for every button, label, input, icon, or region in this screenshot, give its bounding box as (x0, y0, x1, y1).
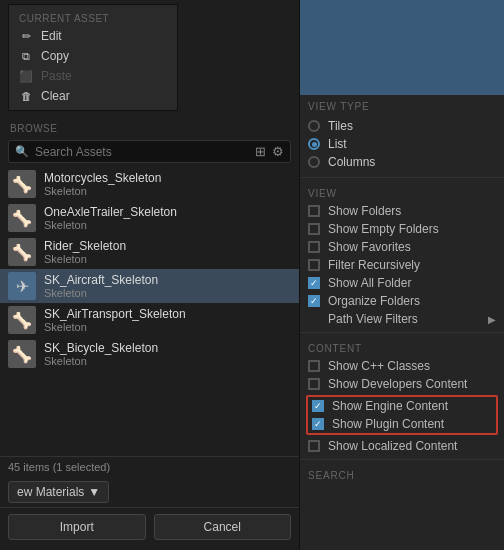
check-plugin-content[interactable]: Show Plugin Content (308, 415, 496, 433)
label-cpp-classes: Show C++ Classes (328, 359, 430, 373)
search-bar: 🔍 ⊞ ⚙ (8, 140, 291, 163)
check-show-empty-folders[interactable]: Show Empty Folders (300, 220, 504, 238)
check-show-all-folder[interactable]: Show All Folder (300, 274, 504, 292)
browse-label: BROWSE (0, 119, 299, 136)
dropdown-arrow-icon: ▼ (88, 485, 100, 499)
checkbox-show-all-folder (308, 277, 320, 289)
label-developers-content: Show Developers Content (328, 377, 467, 391)
asset-item-rider[interactable]: 🦴 Rider_Skeleton Skeleton (0, 235, 299, 269)
asset-icon-motorcycles: 🦴 (8, 170, 36, 198)
asset-name-sk-bicycle: SK_Bicycle_Skeleton (44, 341, 158, 355)
clear-label: Clear (41, 89, 70, 103)
checkbox-plugin-content (312, 418, 324, 430)
dropdown-row: ew Materials ▼ (0, 477, 299, 507)
label-show-folders: Show Folders (328, 204, 401, 218)
asset-icon-oneaxle: 🦴 (8, 204, 36, 232)
radio-label-tiles: Tiles (328, 119, 353, 133)
view-toggle-icon[interactable]: ⊞ (255, 144, 266, 159)
current-asset-label: CURRENT ASSET (9, 9, 177, 26)
search-input[interactable] (35, 145, 249, 159)
import-button[interactable]: Import (8, 514, 146, 540)
asset-item-motorcycles[interactable]: 🦴 Motorcycles_Skeleton Skeleton (0, 167, 299, 201)
check-organize-folders[interactable]: Organize Folders (300, 292, 504, 310)
radio-tiles[interactable]: Tiles (300, 117, 504, 135)
label-engine-content: Show Engine Content (332, 399, 448, 413)
paste-menu-item: ⬛ Paste (9, 66, 177, 86)
asset-info-motorcycles: Motorcycles_Skeleton Skeleton (44, 171, 161, 197)
copy-icon: ⧉ (19, 49, 33, 63)
checkbox-organize-folders (308, 295, 320, 307)
asset-icon-rider: 🦴 (8, 238, 36, 266)
asset-name-oneaxle: OneAxleTrailer_Skeleton (44, 205, 177, 219)
context-menu: CURRENT ASSET ✏ Edit ⧉ Copy ⬛ Paste 🗑 Cl… (8, 4, 178, 111)
view-type-header: VIEW TYPE (300, 95, 504, 115)
label-localized-content: Show Localized Content (328, 439, 457, 453)
radio-dot-tiles (308, 120, 320, 132)
edit-icon: ✏ (19, 29, 33, 43)
check-engine-content[interactable]: Show Engine Content (308, 397, 496, 415)
checkbox-show-empty-folders (308, 223, 320, 235)
preview-area (300, 0, 504, 95)
asset-type-sk-airtransport: Skeleton (44, 321, 186, 333)
checkbox-engine-content (312, 400, 324, 412)
asset-item-sk-bicycle[interactable]: 🦴 SK_Bicycle_Skeleton Skeleton (0, 337, 299, 371)
status-text: 45 items (1 selected) (8, 461, 110, 473)
view-header: VIEW (300, 182, 504, 202)
check-developers-content[interactable]: Show Developers Content (300, 375, 504, 393)
asset-info-sk-aircraft: SK_Aircraft_Skeleton Skeleton (44, 273, 158, 299)
chevron-right-icon: ▶ (488, 314, 496, 325)
path-view-filters-item[interactable]: Path View Filters ▶ (300, 310, 504, 328)
browse-section: BROWSE 🔍 ⊞ ⚙ 🦴 Motorcycles_Skeleton Skel… (0, 115, 299, 550)
highlighted-box: Show Engine Content Show Plugin Content (306, 395, 498, 435)
paste-icon: ⬛ (19, 69, 33, 83)
label-show-favorites: Show Favorites (328, 240, 411, 254)
radio-dot-list (308, 138, 320, 150)
folder-dropdown[interactable]: ew Materials ▼ (8, 481, 109, 503)
label-organize-folders: Organize Folders (328, 294, 420, 308)
check-show-folders[interactable]: Show Folders (300, 202, 504, 220)
search-icon: 🔍 (15, 145, 29, 159)
left-panel: CURRENT ASSET ✏ Edit ⧉ Copy ⬛ Paste 🗑 Cl… (0, 0, 300, 550)
label-filter-recursively: Filter Recursively (328, 258, 420, 272)
radio-list[interactable]: List (300, 135, 504, 153)
edit-menu-item[interactable]: ✏ Edit (9, 26, 177, 46)
paste-label: Paste (41, 69, 72, 83)
asset-item-sk-airtransport[interactable]: 🦴 SK_AirTransport_Skeleton Skeleton (0, 303, 299, 337)
asset-name-motorcycles: Motorcycles_Skeleton (44, 171, 161, 185)
asset-type-sk-bicycle: Skeleton (44, 355, 158, 367)
asset-info-oneaxle: OneAxleTrailer_Skeleton Skeleton (44, 205, 177, 231)
checkbox-show-favorites (308, 241, 320, 253)
check-cpp-classes[interactable]: Show C++ Classes (300, 357, 504, 375)
cancel-button[interactable]: Cancel (154, 514, 292, 540)
asset-icon-sk-airtransport: 🦴 (8, 306, 36, 334)
asset-item-sk-aircraft[interactable]: ✈ SK_Aircraft_Skeleton Skeleton (0, 269, 299, 303)
check-show-favorites[interactable]: Show Favorites (300, 238, 504, 256)
radio-columns[interactable]: Columns (300, 153, 504, 171)
radio-label-columns: Columns (328, 155, 375, 169)
asset-info-sk-bicycle: SK_Bicycle_Skeleton Skeleton (44, 341, 158, 367)
asset-item-oneaxle[interactable]: 🦴 OneAxleTrailer_Skeleton Skeleton (0, 201, 299, 235)
label-plugin-content: Show Plugin Content (332, 417, 444, 431)
asset-type-sk-aircraft: Skeleton (44, 287, 158, 299)
content-header: CONTENT (300, 337, 504, 357)
label-show-empty-folders: Show Empty Folders (328, 222, 439, 236)
check-filter-recursively[interactable]: Filter Recursively (300, 256, 504, 274)
copy-menu-item[interactable]: ⧉ Copy (9, 46, 177, 66)
asset-info-rider: Rider_Skeleton Skeleton (44, 239, 126, 265)
asset-list: 🦴 Motorcycles_Skeleton Skeleton 🦴 OneAxl… (0, 167, 299, 456)
right-content: VIEW TYPE Tiles List Columns VIEW Show F… (300, 95, 504, 550)
asset-name-rider: Rider_Skeleton (44, 239, 126, 253)
checkbox-cpp-classes (308, 360, 320, 372)
divider-3 (300, 459, 504, 460)
check-localized-content[interactable]: Show Localized Content (300, 437, 504, 455)
bottom-buttons: Import Cancel (0, 507, 299, 546)
label-show-all-folder: Show All Folder (328, 276, 411, 290)
right-panel: VIEW TYPE Tiles List Columns VIEW Show F… (300, 0, 504, 550)
asset-info-sk-airtransport: SK_AirTransport_Skeleton Skeleton (44, 307, 186, 333)
checkbox-filter-recursively (308, 259, 320, 271)
settings-icon[interactable]: ⚙ (272, 144, 284, 159)
clear-menu-item[interactable]: 🗑 Clear (9, 86, 177, 106)
path-view-label: Path View Filters (328, 312, 480, 326)
radio-label-list: List (328, 137, 347, 151)
copy-label: Copy (41, 49, 69, 63)
